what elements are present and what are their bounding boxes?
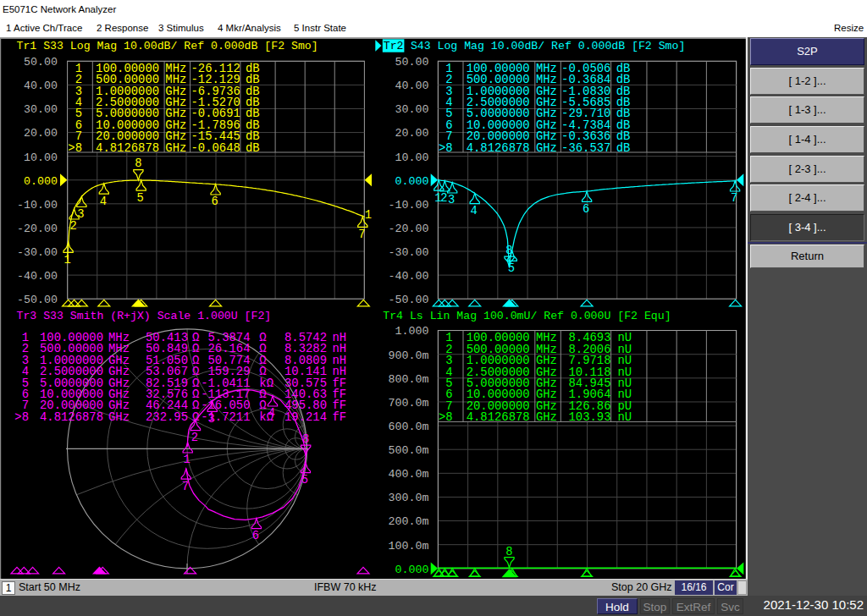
svg-text:7: 7 [182,481,189,493]
svg-text:-10.00: -10.00 [17,199,58,212]
svg-text:30.00: 30.00 [395,103,429,116]
svg-text:4: 4 [471,205,478,217]
svg-text:50.00: 50.00 [395,56,429,69]
svg-text:400.0m: 400.0m [389,468,429,481]
svg-text:GHz: GHz [165,141,186,155]
svg-text:-20.00: -20.00 [389,223,429,235]
svg-text:232.95: 232.95 [146,410,188,424]
svg-text:600.0m: 600.0m [389,421,429,433]
svg-text:20.00: 20.00 [395,127,429,140]
svg-text:dB: dB [616,141,631,155]
svg-text:-36.537: -36.537 [561,141,610,155]
svg-text:7: 7 [731,192,737,205]
svg-text:-30.00: -30.00 [389,246,429,259]
svg-text:>8: >8 [68,141,82,155]
svg-text:0.000: 0.000 [24,175,58,188]
svg-text:20.00: 20.00 [24,127,58,140]
svg-text:GHz: GHz [108,410,130,424]
svg-text:10.00: 10.00 [24,151,58,164]
svg-text:30.00: 30.00 [24,103,58,116]
svg-text:>8: >8 [14,410,29,424]
svg-text:300.0m: 300.0m [389,492,429,504]
svg-text:1: 1 [365,209,372,222]
svg-text:4.8126878: 4.8126878 [467,410,530,424]
svg-text:500.0m: 500.0m [389,444,429,457]
svg-text:2: 2 [69,220,76,233]
svg-text:40.00: 40.00 [395,80,429,92]
svg-text:6: 6 [211,195,218,208]
svg-text:8: 8 [135,157,141,170]
svg-text:dB: dB [246,141,260,155]
svg-text:1.000: 1.000 [395,325,429,338]
svg-text:40.00: 40.00 [24,80,58,92]
svg-text:-0.0648: -0.0648 [191,141,240,155]
svg-text:-20.00: -20.00 [17,223,58,235]
svg-text:-50.00: -50.00 [389,294,429,306]
svg-text:2: 2 [191,432,198,444]
svg-text:Tr4 Ls Lin Mag 100.0mU/ Ref 0.: Tr4 Ls Lin Mag 100.0mU/ Ref 0.000U [F2 E… [383,310,671,322]
svg-text:0.000: 0.000 [395,175,429,188]
svg-text:Tr1 S33 Log Mag 10.00dB/ Ref 0: Tr1 S33 Log Mag 10.00dB/ Ref 0.000dB [F2… [17,40,318,52]
svg-text:1: 1 [64,254,70,267]
svg-text:3: 3 [448,194,455,206]
svg-text:2: 2 [440,192,447,205]
svg-text:100.0m: 100.0m [389,540,429,553]
svg-text:800.0m: 800.0m [389,373,429,386]
svg-text:103.93: 103.93 [568,410,610,424]
svg-text:1: 1 [184,454,191,466]
svg-text:>8: >8 [439,410,453,424]
svg-text:700.0m: 700.0m [389,397,429,410]
svg-text:nU: nU [618,410,632,424]
svg-text:6: 6 [583,203,589,216]
svg-text:-30.00: -30.00 [17,246,58,259]
svg-text:GHz: GHz [536,141,557,155]
svg-text:4: 4 [100,195,107,208]
svg-text:-10.00: -10.00 [389,199,429,212]
svg-text:-50.00: -50.00 [17,294,58,306]
svg-text:5: 5 [137,192,144,205]
svg-text:-40.00: -40.00 [17,270,58,283]
svg-text:10.00: 10.00 [395,151,429,164]
svg-text:4.8126878: 4.8126878 [40,410,103,424]
svg-text:8: 8 [505,245,512,257]
svg-text:3: 3 [208,413,215,426]
svg-text:5: 5 [301,474,308,487]
svg-text:-40.00: -40.00 [389,270,429,283]
svg-text:8: 8 [302,433,309,446]
svg-text:GHz: GHz [536,410,557,424]
svg-text:Tr2: Tr2 [384,40,404,52]
svg-text:900.0m: 900.0m [389,349,429,362]
svg-text:4.8126878: 4.8126878 [96,141,159,155]
svg-text:50.00: 50.00 [24,56,58,69]
svg-text:8: 8 [505,546,512,558]
svg-text:S43 Log Mag 10.00dB/ Ref 0.000: S43 Log Mag 10.00dB/ Ref 0.000dB [F2 Smo… [411,40,685,52]
svg-text:Tr3 S33 Smith (R+jX) Scale 1.0: Tr3 S33 Smith (R+jX) Scale 1.000U [F2] [17,310,272,322]
svg-text:4: 4 [268,407,275,420]
svg-text:>8: >8 [439,141,453,155]
svg-text:fF: fF [333,410,347,424]
svg-text:7: 7 [358,228,365,241]
svg-text:3: 3 [77,208,84,221]
svg-text:0.000: 0.000 [395,564,429,576]
svg-text:200.0m: 200.0m [389,515,429,528]
svg-text:6: 6 [252,530,259,542]
svg-text:4.8126878: 4.8126878 [467,141,530,155]
